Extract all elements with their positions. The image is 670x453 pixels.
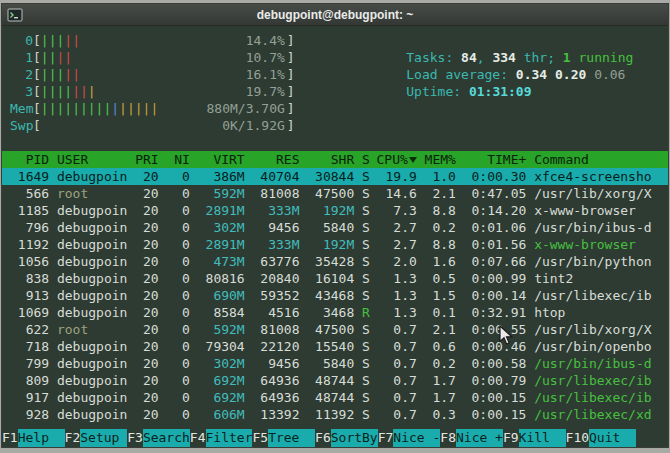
meter-bracket-close: ] xyxy=(287,100,295,117)
cell-shr: 47500 xyxy=(307,321,354,338)
cell-cpu: 7.3 xyxy=(378,202,417,219)
process-row-1649[interactable]: 1649 debugpoin 20 0 386M 40704 30844 S 1… xyxy=(2,168,668,185)
column-header-time[interactable]: TIME+ xyxy=(464,151,527,168)
meter-segment-green: || xyxy=(41,50,57,65)
fkey-f5[interactable]: F5Tree xyxy=(252,429,315,447)
column-header-virt[interactable]: VIRT xyxy=(198,151,245,168)
load-label: Load average: xyxy=(406,67,516,82)
fkey-f3[interactable]: F3Search xyxy=(127,429,190,447)
meter-bar: ||||10.7% xyxy=(41,49,287,66)
system-info: Tasks: 84, 334 thr; 1 running Load avera… xyxy=(328,32,633,134)
column-header-ni[interactable]: NI xyxy=(166,151,189,168)
cell-virt: 692M xyxy=(198,389,245,406)
process-row-566[interactable]: 566 root 20 0 592M 81008 47500 S 14.6 2.… xyxy=(2,185,668,202)
process-row-913[interactable]: 913 debugpoin 20 0 690M 59352 43468 S 1.… xyxy=(2,287,668,304)
cell-res: 9456 xyxy=(253,219,300,236)
column-header-pid[interactable]: PID xyxy=(10,151,49,168)
cell-mem: 8.8 xyxy=(425,202,456,219)
fkey-f2[interactable]: F2Setup xyxy=(65,429,128,447)
column-header-shr[interactable]: SHR xyxy=(307,151,354,168)
meter-swp: Swp[0K/1.92G] xyxy=(10,117,312,134)
running-count: 1 xyxy=(563,50,571,65)
cell-res: 81008 xyxy=(253,185,300,202)
cell-pid: 928 xyxy=(10,406,49,423)
fkey-f8[interactable]: F8Nice + xyxy=(440,429,503,447)
cell-mem: 0.2 xyxy=(425,219,456,236)
cell-ni: 0 xyxy=(166,406,189,423)
meter-bar: |||||||||||||||880M/3.70G xyxy=(41,100,287,117)
cell-command: /usr/libexec/xd xyxy=(534,406,668,423)
fkey-number: F6 xyxy=(315,429,331,447)
process-row-622[interactable]: 622 root 20 0 592M 81008 47500 S 0.7 2.1… xyxy=(2,321,668,338)
process-row-1056[interactable]: 1056 debugpoin 20 0 473M 63776 35428 S 2… xyxy=(2,253,668,270)
process-row-1069[interactable]: 1069 debugpoin 20 0 8584 4516 3468 R 1.3… xyxy=(2,304,668,321)
cell-shr: 48744 xyxy=(307,372,354,389)
cell-command: x-www-browser xyxy=(534,202,668,219)
column-header-user[interactable]: USER xyxy=(57,151,127,168)
meter-ticks: |||| xyxy=(41,49,72,66)
cell-res: 81008 xyxy=(253,321,300,338)
cell-time: 0:07.66 xyxy=(464,253,527,270)
cell-ni: 0 xyxy=(166,287,189,304)
terminal: 0[|||||14.4%] 1[||||10.7%] 2[|||||16.1%]… xyxy=(2,26,668,447)
column-header-cpu[interactable]: CPU% xyxy=(378,151,417,168)
process-row-1185[interactable]: 1185 debugpoin 20 0 2891M 333M 192M S 7.… xyxy=(2,202,668,219)
cell-res: 20840 xyxy=(253,270,300,287)
cell-cpu: 0.7 xyxy=(378,406,417,423)
cell-command: /usr/bin/ibus-d xyxy=(534,355,668,372)
cell-command: xfce4-screensho xyxy=(534,168,668,185)
process-row-809[interactable]: 809 debugpoin 20 0 692M 64936 48744 S 0.… xyxy=(2,372,668,389)
meter-bracket-open: [ xyxy=(33,49,41,66)
cell-state: S xyxy=(362,355,370,372)
cell-cpu: 0.7 xyxy=(378,338,417,355)
fkey-number: F8 xyxy=(440,429,456,447)
fkey-f9[interactable]: F9Kill xyxy=(503,429,566,447)
process-row-1192[interactable]: 1192 debugpoin 20 0 2891M 333M 192M S 2.… xyxy=(2,236,668,253)
terminal-icon xyxy=(7,7,23,23)
fkey-f1[interactable]: F1Help xyxy=(2,429,65,447)
fkey-f10[interactable]: F10Quit xyxy=(566,429,636,447)
process-row-796[interactable]: 796 debugpoin 20 0 302M 9456 5840 S 2.7 … xyxy=(2,219,668,236)
cell-state: S xyxy=(362,219,370,236)
meter-segment-yellow: | xyxy=(88,84,96,99)
cell-mem: 0.1 xyxy=(425,304,456,321)
fkey-f7[interactable]: F7Nice - xyxy=(378,429,441,447)
process-row-838[interactable]: 838 debugpoin 20 0 80816 20840 16104 S 1… xyxy=(2,270,668,287)
cell-shr: 35428 xyxy=(307,253,354,270)
fkey-label: Nice - xyxy=(393,429,440,447)
process-row-928[interactable]: 928 debugpoin 20 0 606M 13392 11392 S 0.… xyxy=(2,406,668,423)
fkey-f6[interactable]: F6SortBy xyxy=(315,429,378,447)
column-header-res[interactable]: RES xyxy=(253,151,300,168)
cell-user: debugpoin xyxy=(57,355,127,372)
meter-segment-green: ||| xyxy=(41,67,64,82)
column-header-command[interactable]: Command xyxy=(534,151,668,168)
titlebar[interactable]: debugpoint@debugpoint: ~ xyxy=(2,4,668,26)
column-header-state[interactable]: S xyxy=(362,151,370,168)
meter-bracket-close: ] xyxy=(287,32,295,49)
cell-virt: 79304 xyxy=(198,338,245,355)
process-row-799[interactable]: 799 debugpoin 20 0 302M 9456 5840 S 0.7 … xyxy=(2,355,668,372)
cell-state: R xyxy=(362,304,370,321)
cell-pri: 20 xyxy=(135,287,158,304)
cell-res: 40704 xyxy=(253,168,300,185)
process-row-917[interactable]: 917 debugpoin 20 0 692M 64936 48744 S 0.… xyxy=(2,389,668,406)
column-header-pri[interactable]: PRI xyxy=(135,151,158,168)
fkey-f4[interactable]: F4Filter xyxy=(190,429,253,447)
cell-time: 0:00.15 xyxy=(464,389,527,406)
cell-pri: 20 xyxy=(135,321,158,338)
cell-time: 0:14.20 xyxy=(464,202,527,219)
cell-pri: 20 xyxy=(135,185,158,202)
cell-shr: 192M xyxy=(307,236,354,253)
cell-time: 0:00.58 xyxy=(464,355,527,372)
fkey-label: Filter xyxy=(206,429,253,447)
cell-user: debugpoin xyxy=(57,389,127,406)
cell-pid: 1185 xyxy=(10,202,49,219)
cell-shr: 15540 xyxy=(307,338,354,355)
cell-shr: 5840 xyxy=(307,355,354,372)
cell-mem: 0.3 xyxy=(425,406,456,423)
process-row-718[interactable]: 718 debugpoin 20 0 79304 22120 15540 S 0… xyxy=(2,338,668,355)
column-header-mem[interactable]: MEM% xyxy=(425,151,456,168)
cell-mem: 2.1 xyxy=(425,185,456,202)
meter-bracket-open: [ xyxy=(33,100,41,117)
cell-virt: 386M xyxy=(198,168,245,185)
